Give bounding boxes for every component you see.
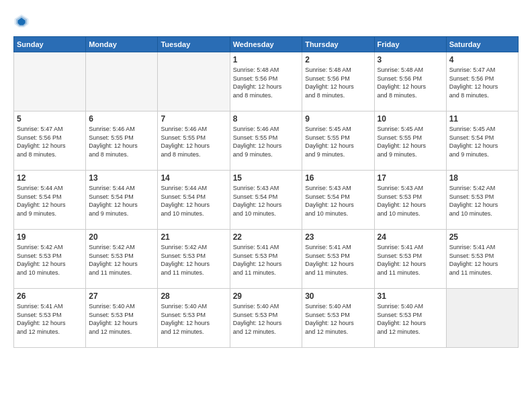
day-number: 24 — [378, 232, 443, 242]
calendar-cell: 1Sunrise: 5:48 AM Sunset: 5:56 PM Daylig… — [230, 52, 302, 111]
weekday-header-tuesday: Tuesday — [158, 37, 230, 52]
day-number: 11 — [449, 114, 515, 124]
day-number: 3 — [378, 55, 443, 64]
day-number: 29 — [233, 291, 299, 301]
weekday-header-friday: Friday — [374, 37, 446, 52]
day-number: 15 — [233, 173, 299, 183]
day-number: 13 — [89, 173, 154, 183]
calendar-cell: 18Sunrise: 5:42 AM Sunset: 5:53 PM Dayli… — [446, 171, 518, 230]
day-info: Sunrise: 5:40 AM Sunset: 5:53 PM Dayligh… — [305, 302, 371, 336]
day-info: Sunrise: 5:41 AM Sunset: 5:53 PM Dayligh… — [305, 243, 371, 277]
day-number: 20 — [89, 232, 154, 242]
calendar-cell: 13Sunrise: 5:44 AM Sunset: 5:54 PM Dayli… — [86, 171, 158, 230]
day-info: Sunrise: 5:43 AM Sunset: 5:53 PM Dayligh… — [378, 184, 443, 218]
calendar-cell: 10Sunrise: 5:45 AM Sunset: 5:55 PM Dayli… — [374, 111, 446, 171]
page-header — [13, 13, 519, 30]
weekday-header-row: SundayMondayTuesdayWednesdayThursdayFrid… — [14, 37, 519, 52]
calendar-cell: 5Sunrise: 5:47 AM Sunset: 5:56 PM Daylig… — [14, 111, 86, 171]
day-info: Sunrise: 5:46 AM Sunset: 5:55 PM Dayligh… — [233, 125, 299, 158]
day-number: 27 — [89, 291, 154, 301]
week-row-5: 26Sunrise: 5:41 AM Sunset: 5:53 PM Dayli… — [14, 289, 519, 348]
calendar-cell: 28Sunrise: 5:40 AM Sunset: 5:53 PM Dayli… — [158, 289, 230, 348]
calendar-cell: 16Sunrise: 5:43 AM Sunset: 5:54 PM Dayli… — [302, 171, 374, 230]
calendar-cell: 17Sunrise: 5:43 AM Sunset: 5:53 PM Dayli… — [374, 171, 446, 230]
day-info: Sunrise: 5:45 AM Sunset: 5:54 PM Dayligh… — [449, 125, 515, 158]
day-number: 14 — [161, 173, 226, 183]
day-number: 18 — [449, 173, 515, 183]
calendar-cell: 20Sunrise: 5:42 AM Sunset: 5:53 PM Dayli… — [86, 230, 158, 289]
day-number: 30 — [305, 291, 371, 301]
week-row-1: 1Sunrise: 5:48 AM Sunset: 5:56 PM Daylig… — [14, 52, 519, 111]
day-number: 9 — [305, 114, 371, 124]
day-number: 17 — [378, 173, 443, 183]
day-info: Sunrise: 5:48 AM Sunset: 5:56 PM Dayligh… — [233, 66, 299, 99]
day-number: 7 — [161, 114, 226, 124]
weekday-header-thursday: Thursday — [302, 37, 374, 52]
calendar-cell: 7Sunrise: 5:46 AM Sunset: 5:55 PM Daylig… — [158, 111, 230, 171]
day-number: 26 — [17, 291, 83, 301]
calendar-cell: 12Sunrise: 5:44 AM Sunset: 5:54 PM Dayli… — [14, 171, 86, 230]
day-info: Sunrise: 5:46 AM Sunset: 5:55 PM Dayligh… — [161, 125, 226, 158]
calendar-cell: 6Sunrise: 5:46 AM Sunset: 5:55 PM Daylig… — [86, 111, 158, 171]
logo-icon — [13, 13, 30, 30]
day-info: Sunrise: 5:40 AM Sunset: 5:53 PM Dayligh… — [233, 302, 299, 336]
calendar-cell: 21Sunrise: 5:42 AM Sunset: 5:53 PM Dayli… — [158, 230, 230, 289]
day-number: 25 — [449, 232, 515, 242]
day-info: Sunrise: 5:40 AM Sunset: 5:53 PM Dayligh… — [89, 302, 154, 336]
week-row-3: 12Sunrise: 5:44 AM Sunset: 5:54 PM Dayli… — [14, 171, 519, 230]
weekday-header-saturday: Saturday — [446, 37, 518, 52]
calendar-cell — [14, 52, 86, 111]
calendar-cell: 23Sunrise: 5:41 AM Sunset: 5:53 PM Dayli… — [302, 230, 374, 289]
day-number: 6 — [89, 114, 154, 124]
calendar-cell: 14Sunrise: 5:44 AM Sunset: 5:54 PM Dayli… — [158, 171, 230, 230]
day-info: Sunrise: 5:41 AM Sunset: 5:53 PM Dayligh… — [449, 243, 515, 277]
weekday-header-wednesday: Wednesday — [230, 37, 302, 52]
calendar-cell: 25Sunrise: 5:41 AM Sunset: 5:53 PM Dayli… — [446, 230, 518, 289]
day-number: 4 — [449, 55, 515, 64]
day-info: Sunrise: 5:45 AM Sunset: 5:55 PM Dayligh… — [378, 125, 443, 158]
day-info: Sunrise: 5:43 AM Sunset: 5:54 PM Dayligh… — [233, 184, 299, 218]
day-info: Sunrise: 5:44 AM Sunset: 5:54 PM Dayligh… — [89, 184, 154, 218]
day-number: 12 — [17, 173, 83, 183]
day-info: Sunrise: 5:46 AM Sunset: 5:55 PM Dayligh… — [89, 125, 154, 158]
day-number: 19 — [17, 232, 83, 242]
day-info: Sunrise: 5:48 AM Sunset: 5:56 PM Dayligh… — [305, 66, 371, 99]
day-info: Sunrise: 5:41 AM Sunset: 5:53 PM Dayligh… — [378, 243, 443, 277]
day-info: Sunrise: 5:44 AM Sunset: 5:54 PM Dayligh… — [161, 184, 226, 218]
day-number: 31 — [378, 291, 443, 301]
day-number: 10 — [378, 114, 443, 124]
day-number: 2 — [305, 55, 371, 64]
day-info: Sunrise: 5:42 AM Sunset: 5:53 PM Dayligh… — [89, 243, 154, 277]
week-row-4: 19Sunrise: 5:42 AM Sunset: 5:53 PM Dayli… — [14, 230, 519, 289]
calendar-cell: 19Sunrise: 5:42 AM Sunset: 5:53 PM Dayli… — [14, 230, 86, 289]
calendar-cell: 22Sunrise: 5:41 AM Sunset: 5:53 PM Dayli… — [230, 230, 302, 289]
calendar-cell: 15Sunrise: 5:43 AM Sunset: 5:54 PM Dayli… — [230, 171, 302, 230]
day-info: Sunrise: 5:44 AM Sunset: 5:54 PM Dayligh… — [17, 184, 83, 218]
calendar-table: SundayMondayTuesdayWednesdayThursdayFrid… — [13, 36, 519, 348]
calendar-cell: 3Sunrise: 5:48 AM Sunset: 5:56 PM Daylig… — [374, 52, 446, 111]
day-number: 21 — [161, 232, 226, 242]
day-number: 23 — [305, 232, 371, 242]
day-info: Sunrise: 5:48 AM Sunset: 5:56 PM Dayligh… — [378, 66, 443, 99]
day-info: Sunrise: 5:42 AM Sunset: 5:53 PM Dayligh… — [17, 243, 83, 277]
day-info: Sunrise: 5:43 AM Sunset: 5:54 PM Dayligh… — [305, 184, 371, 218]
calendar-cell: 27Sunrise: 5:40 AM Sunset: 5:53 PM Dayli… — [86, 289, 158, 348]
day-number: 28 — [161, 291, 226, 301]
week-row-2: 5Sunrise: 5:47 AM Sunset: 5:56 PM Daylig… — [14, 111, 519, 171]
day-info: Sunrise: 5:47 AM Sunset: 5:56 PM Dayligh… — [449, 66, 515, 99]
day-info: Sunrise: 5:41 AM Sunset: 5:53 PM Dayligh… — [233, 243, 299, 277]
calendar-cell: 30Sunrise: 5:40 AM Sunset: 5:53 PM Dayli… — [302, 289, 374, 348]
day-info: Sunrise: 5:40 AM Sunset: 5:53 PM Dayligh… — [161, 302, 226, 336]
weekday-header-sunday: Sunday — [14, 37, 86, 52]
calendar-cell: 11Sunrise: 5:45 AM Sunset: 5:54 PM Dayli… — [446, 111, 518, 171]
weekday-header-monday: Monday — [86, 37, 158, 52]
calendar-cell: 4Sunrise: 5:47 AM Sunset: 5:56 PM Daylig… — [446, 52, 518, 111]
logo — [13, 13, 32, 30]
calendar-cell: 8Sunrise: 5:46 AM Sunset: 5:55 PM Daylig… — [230, 111, 302, 171]
day-info: Sunrise: 5:42 AM Sunset: 5:53 PM Dayligh… — [161, 243, 226, 277]
day-info: Sunrise: 5:41 AM Sunset: 5:53 PM Dayligh… — [17, 302, 83, 336]
calendar-cell: 9Sunrise: 5:45 AM Sunset: 5:55 PM Daylig… — [302, 111, 374, 171]
calendar-cell: 26Sunrise: 5:41 AM Sunset: 5:53 PM Dayli… — [14, 289, 86, 348]
day-number: 8 — [233, 114, 299, 124]
day-info: Sunrise: 5:42 AM Sunset: 5:53 PM Dayligh… — [449, 184, 515, 218]
